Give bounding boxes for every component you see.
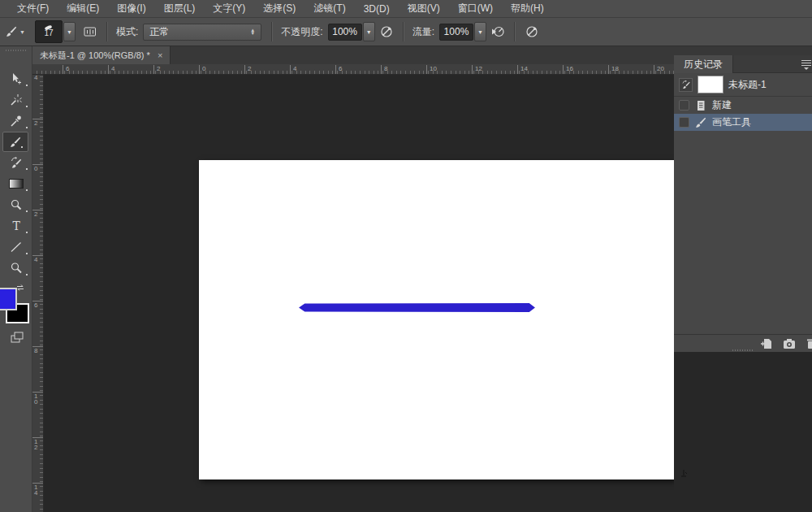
ruler-label: 6 [64, 65, 69, 72]
toggle-brush-panel-button[interactable] [82, 24, 98, 40]
menu-item-1[interactable]: 编辑(E) [58, 2, 108, 15]
menu-item-6[interactable]: 滤镜(T) [304, 2, 354, 15]
blue-brush-stroke [299, 303, 535, 312]
menu-item-4[interactable]: 文字(Y) [204, 2, 254, 15]
move-tool[interactable] [0, 68, 32, 89]
brush-picker-dropdown-button[interactable]: ▼ [63, 22, 76, 41]
divider [106, 22, 108, 41]
ruler-label: 6 [337, 65, 342, 72]
new-snapshot-icon[interactable] [782, 337, 797, 350]
history-item-label: 未标题-1 [728, 78, 767, 92]
airbrush-button[interactable] [490, 24, 506, 40]
type-tool[interactable]: T [0, 215, 32, 236]
pressure-opacity-button[interactable] [378, 24, 395, 40]
zoom-tool[interactable] [0, 258, 32, 279]
history-panel-header: 历史记录 [674, 55, 812, 73]
eyedropper-icon [10, 115, 23, 128]
tool-preset-picker[interactable]: ▼ [5, 25, 25, 38]
history-item-1[interactable]: 新建 [674, 97, 812, 114]
flow-input[interactable]: 100% [439, 24, 473, 41]
brush-icon [694, 116, 707, 129]
gradient-tool[interactable] [0, 173, 32, 194]
vertical-ruler[interactable]: 42024681 01 21 4 [32, 75, 44, 512]
history-item-label: 新建 [712, 98, 732, 112]
dodge-icon [10, 198, 23, 211]
ruler-label: 2 [34, 211, 37, 217]
brush-tool[interactable] [2, 132, 28, 152]
panel-menu-icon[interactable] [801, 59, 812, 70]
brush-icon [5, 25, 18, 38]
screen-mode-icon[interactable] [10, 331, 24, 344]
move-icon [10, 72, 23, 85]
ruler-label: 12 [473, 65, 482, 72]
ruler-label: 0 [34, 166, 37, 171]
history-item-2[interactable]: 画笔工具 [674, 114, 812, 131]
ruler-label: 1 4 [34, 484, 37, 496]
blend-mode-select[interactable]: 正常 ▲▼ [143, 24, 261, 41]
dodge-tool[interactable] [0, 194, 32, 215]
new-document-from-state-icon[interactable] [759, 337, 774, 350]
history-checkbox[interactable] [679, 100, 689, 111]
history-checkbox[interactable] [679, 117, 689, 128]
flow-dropdown-button[interactable]: ▼ [474, 22, 486, 41]
divider [514, 22, 516, 41]
history-panel-footer [674, 334, 812, 352]
panel-resize-gripper[interactable] [732, 349, 754, 351]
brush-options-bar: ▼ 17 ▼ 模式: 正常 ▲▼ 不透明度: 100% ▼ 流量: 100% ▼ [0, 18, 812, 46]
menu-item-9[interactable]: 窗口(W) [449, 2, 502, 15]
foreground-color-swatch[interactable] [0, 288, 17, 310]
history-item-0[interactable]: 未标题-1 [674, 73, 812, 97]
tab-history[interactable]: 历史记录 [674, 55, 733, 73]
close-icon[interactable]: × [158, 50, 162, 60]
ruler-label: 16 [564, 65, 573, 72]
ruler-label: 10 [428, 65, 437, 72]
zoom-icon [10, 262, 23, 275]
canvas-viewport[interactable] [44, 75, 674, 512]
document-tab[interactable]: 未标题-1 @ 100%(RGB/8) * × [32, 46, 171, 64]
ruler-label: 1 0 [34, 393, 37, 405]
history-brush-source-box[interactable] [679, 78, 693, 92]
menu-item-7[interactable]: 3D(D) [355, 3, 399, 15]
ruler-label: 4 [34, 75, 37, 80]
tablet-pressure-opacity-icon [379, 24, 394, 39]
opacity-value: 100% [332, 26, 357, 37]
panel-gripper[interactable] [6, 50, 27, 51]
opacity-label: 不透明度: [281, 25, 322, 39]
menu-item-5[interactable]: 选择(S) [254, 2, 304, 15]
history-brush-tool[interactable] [0, 152, 32, 173]
brush-preset-picker[interactable]: 17 [35, 20, 63, 43]
pressure-size-button[interactable] [524, 24, 540, 40]
menu-item-3[interactable]: 图层(L) [155, 2, 205, 15]
eyedropper-tool[interactable] [0, 111, 32, 132]
ruler-label: 0 [201, 65, 205, 72]
toggle-brush-panel-icon [84, 25, 97, 38]
tools-panel: T [0, 46, 32, 512]
flow-label: 流量: [412, 25, 434, 39]
horizontal-ruler[interactable]: 64202468101214161820 [32, 64, 674, 75]
delete-state-icon[interactable] [805, 337, 812, 350]
history-list: 未标题-1新建画笔工具 [674, 73, 812, 334]
menu-item-8[interactable]: 视图(V) [399, 2, 449, 15]
menu-item-2[interactable]: 图像(I) [108, 2, 154, 15]
divider [271, 22, 273, 41]
document-canvas[interactable] [199, 160, 674, 479]
ruler-label: 2 [246, 65, 251, 72]
ruler-label: 4 [34, 257, 37, 263]
document-tab-title: 未标题-1 @ 100%(RGB/8) * [40, 50, 150, 62]
opacity-input[interactable]: 100% [328, 24, 362, 41]
flow-value: 100% [444, 26, 469, 37]
gradient-icon [9, 179, 24, 189]
cursor-mark [680, 469, 689, 479]
menu-item-10[interactable]: 帮助(H) [502, 2, 553, 15]
line-tool[interactable] [0, 236, 32, 258]
svg-text:T: T [13, 219, 21, 232]
line-icon [10, 241, 23, 254]
ruler-label: 2 [155, 65, 160, 72]
ruler-label: 4 [292, 65, 296, 72]
type-icon: T [10, 219, 23, 232]
history-item-label: 画笔工具 [712, 115, 751, 129]
magic-wand-tool[interactable] [0, 89, 32, 111]
opacity-dropdown-button[interactable]: ▼ [363, 22, 375, 41]
brush-icon [9, 136, 22, 149]
menu-item-0[interactable]: 文件(F) [8, 2, 58, 15]
